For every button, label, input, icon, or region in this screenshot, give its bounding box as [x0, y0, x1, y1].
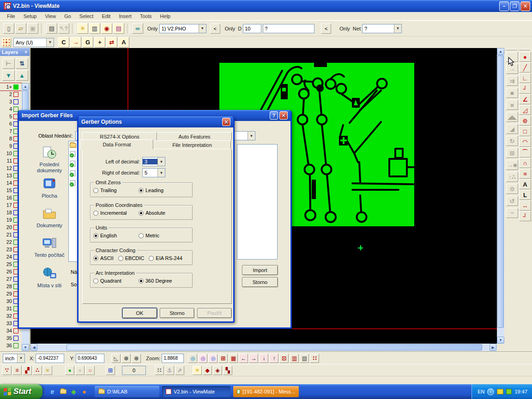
- minimize-button[interactable]: –: [499, 1, 509, 11]
- new-document-icon[interactable]: ▯: [3, 23, 14, 34]
- view-traces-icon[interactable]: ≡: [12, 366, 22, 375]
- scroll-right-icon[interactable]: ▶: [490, 344, 496, 351]
- radio-trailing[interactable]: Trailing: [93, 187, 134, 193]
- fan-lines-icon[interactable]: ∠: [519, 94, 531, 104]
- tray-app-icon[interactable]: [506, 389, 512, 394]
- poly-select-icon[interactable]: ◈: [213, 366, 222, 375]
- ok-button[interactable]: OK: [122, 308, 157, 318]
- anchor-icon[interactable]: ⚓: [165, 366, 174, 375]
- arc-draw-icon[interactable]: ◠: [519, 137, 531, 147]
- origin-icon[interactable]: ⊕: [121, 354, 131, 363]
- zoom-in-icon[interactable]: ◎: [188, 354, 197, 363]
- film-colors-icon[interactable]: ▤: [113, 23, 124, 34]
- view-centers-icon[interactable]: ∴: [33, 366, 42, 375]
- rectangle-pad-icon[interactable]: □: [519, 126, 531, 136]
- circle-center-icon[interactable]: ⊙: [519, 115, 531, 126]
- filter-circle-icon[interactable]: C: [58, 37, 69, 48]
- program-icon[interactable]: ◆: [69, 387, 78, 396]
- filter-gerber-icon[interactable]: G: [82, 37, 93, 48]
- layer-row[interactable]: 1+: [0, 83, 22, 91]
- layer-file-combo[interactable]: 1) V2.PHO▼: [159, 24, 206, 33]
- grid-offset-icon[interactable]: ▥: [290, 354, 299, 363]
- sidebar-item-recent-documents[interactable]: Poslední dokumenty: [27, 146, 72, 174]
- redraw-grid-icon[interactable]: ▦: [229, 354, 238, 363]
- text-tool-icon[interactable]: A: [519, 179, 531, 189]
- pad-select-icon[interactable]: ◆: [203, 366, 212, 375]
- layer-color-swatch[interactable]: [13, 107, 18, 112]
- left-of-decimal-combo[interactable]: 3 ▼: [142, 157, 165, 166]
- layer-color-swatch[interactable]: [13, 85, 18, 90]
- radio-eia-rs-244[interactable]: EIA RS-244: [149, 255, 182, 261]
- zoom-window-icon[interactable]: ◎: [198, 354, 207, 363]
- ellipse-arc-icon[interactable]: ∩: [519, 158, 531, 168]
- s-curve-icon[interactable]: ≈: [519, 169, 531, 179]
- view-pads-icon[interactable]: ∵: [2, 366, 12, 375]
- filter-flash-icon[interactable]: +: [94, 37, 105, 48]
- layer-move-down-icon[interactable]: ▼: [2, 70, 15, 81]
- menu-item-tools[interactable]: Tools: [136, 12, 156, 20]
- menu-item-select[interactable]: Select: [75, 12, 98, 20]
- restore-button[interactable]: ❐: [510, 1, 520, 11]
- view-sketch-icon[interactable]: ≈: [43, 366, 52, 375]
- scroll-up-icon[interactable]: ▲: [22, 83, 29, 90]
- corner-trace-icon[interactable]: ┘: [519, 84, 531, 94]
- scroll-down-icon[interactable]: ▼: [497, 337, 504, 344]
- highlight-off-bulb-icon[interactable]: ●: [75, 366, 85, 375]
- chevron-down-icon[interactable]: ▼: [199, 24, 206, 33]
- vector-move-icon[interactable]: ⇗: [175, 366, 184, 375]
- layer-row[interactable]: 2: [0, 91, 22, 98]
- firefox-icon[interactable]: ●: [80, 387, 89, 396]
- filter-text-icon[interactable]: A: [118, 37, 129, 48]
- taskbar-item-message[interactable]: [191-482-091] - Mess...: [233, 386, 299, 397]
- chevron-down-icon[interactable]: ▼: [46, 38, 54, 47]
- chevron-down-icon[interactable]: ▼: [157, 169, 165, 177]
- dcode-finder-icon[interactable]: ◉: [101, 23, 112, 34]
- sidebar-item-network-places[interactable]: Místa v síti: [27, 267, 72, 289]
- menu-item-insert[interactable]: Insert: [115, 12, 136, 20]
- sidebar-item-my-computer[interactable]: Tento počítač: [27, 236, 72, 258]
- dcode-filter-combo[interactable]: Any (U)▼: [13, 38, 54, 47]
- radio-metric[interactable]: Metric: [139, 233, 179, 238]
- line-draw-icon[interactable]: ╱: [519, 62, 531, 73]
- graph-grid-icon[interactable]: ⊞: [218, 354, 228, 363]
- selection-filter-icon[interactable]: ▪: [2, 38, 11, 47]
- window-select-icon[interactable]: ▧: [300, 354, 309, 363]
- layer-color-swatch[interactable]: [13, 343, 18, 348]
- cancel-button[interactable]: Storno: [160, 308, 194, 318]
- dcode-input[interactable]: 10: [243, 24, 261, 33]
- pan-right-icon[interactable]: →: [249, 354, 258, 363]
- tray-chevron-icon[interactable]: ‹: [487, 388, 494, 395]
- aperture-list-icon[interactable]: ▥: [89, 23, 100, 34]
- radio-360-degree[interactable]: 360 Degree: [139, 278, 179, 284]
- menu-item-view[interactable]: View: [41, 12, 60, 20]
- menu-item-edit[interactable]: Edit: [97, 12, 115, 20]
- radio-leading[interactable]: Leading: [139, 187, 179, 193]
- prev-dcode-button[interactable]: <: [210, 24, 220, 34]
- split-view-icon[interactable]: ⊞: [106, 366, 115, 375]
- pan-up-icon[interactable]: ↑: [269, 354, 278, 363]
- canvas-horizontal-scrollbar[interactable]: ◀ ▶: [30, 344, 497, 351]
- chevron-down-icon[interactable]: ▼: [394, 24, 401, 33]
- grid-value-field[interactable]: 0: [122, 366, 146, 375]
- bend-trace-icon[interactable]: ┘: [519, 211, 531, 221]
- menu-item-go[interactable]: Go: [60, 12, 75, 20]
- highlight-on-bulb-icon[interactable]: ●: [65, 366, 74, 375]
- curve-draw-icon[interactable]: ⌒: [519, 147, 531, 157]
- dcode-query-input[interactable]: ?: [263, 24, 314, 33]
- layer-color-swatch[interactable]: [13, 99, 18, 104]
- filter-goto-icon[interactable]: →: [70, 37, 81, 48]
- start-button[interactable]: Start: [0, 384, 42, 399]
- grid-step-icon[interactable]: ⊡: [279, 354, 289, 363]
- close-icon[interactable]: ✕: [24, 50, 28, 54]
- layer-color-swatch[interactable]: [13, 328, 18, 333]
- chevron-down-icon[interactable]: ▼: [157, 157, 165, 166]
- relative-origin-icon[interactable]: ⊛: [132, 354, 141, 363]
- taskbar-item-viewmate[interactable]: V2.bin - ViewMate: [162, 386, 230, 397]
- help-button[interactable]: ?: [270, 111, 278, 120]
- layer-color-swatch[interactable]: [13, 92, 18, 97]
- pan-down-icon[interactable]: ↓: [259, 354, 268, 363]
- filter-trace-icon[interactable]: ⇄: [106, 37, 117, 48]
- close-button[interactable]: ✕: [222, 118, 230, 126]
- label-tool-icon[interactable]: L: [519, 190, 531, 200]
- layer-move-up-icon[interactable]: ▲: [16, 70, 28, 81]
